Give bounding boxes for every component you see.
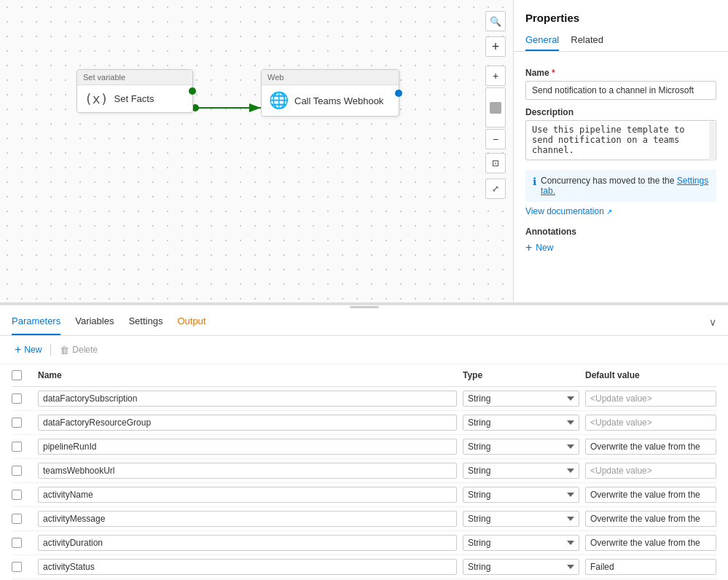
table-row: StringBoolIntFloatArrayObjectSecureStrin… bbox=[12, 555, 716, 579]
new-parameter-button[interactable]: + New bbox=[12, 342, 44, 358]
parameter-name-input[interactable] bbox=[38, 559, 457, 575]
parameter-type-select[interactable]: StringBoolIntFloatArrayObjectSecureStrin… bbox=[463, 559, 579, 575]
parameter-type-select[interactable]: StringBoolIntFloatArrayObjectSecureStrin… bbox=[463, 439, 579, 455]
name-input[interactable] bbox=[525, 81, 716, 100]
parameter-default-value-input[interactable] bbox=[585, 559, 716, 575]
table-row: StringBoolIntFloatArrayObjectSecureStrin… bbox=[12, 483, 716, 507]
name-field-label: Name * bbox=[525, 68, 716, 78]
parameter-name-input[interactable] bbox=[38, 391, 457, 407]
zoom-in-button[interactable]: + bbox=[485, 66, 506, 86]
row-checkbox[interactable] bbox=[12, 393, 22, 404]
properties-general-content: Name * Description ℹ Concurrency has mov… bbox=[514, 52, 728, 302]
info-icon: ℹ bbox=[533, 176, 536, 187]
web-output-port[interactable] bbox=[395, 90, 402, 97]
parameter-default-value-input[interactable] bbox=[585, 463, 716, 479]
table-row: StringBoolIntFloatArrayObjectSecureStrin… bbox=[12, 411, 716, 435]
pipeline-canvas: Set variable (x) Set Facts Web 🌐 Call Te… bbox=[0, 0, 513, 302]
expand-icon: ⤢ bbox=[492, 184, 499, 194]
external-link-icon: ↗ bbox=[606, 208, 612, 216]
select-all-checkbox[interactable] bbox=[12, 370, 22, 380]
plus-icon: + bbox=[492, 39, 500, 55]
parameter-type-select[interactable]: StringBoolIntFloatArrayObjectSecureStrin… bbox=[463, 511, 579, 527]
node-type-label: Set variable bbox=[77, 70, 192, 85]
parameters-rows: StringBoolIntFloatArrayObjectSecureStrin… bbox=[12, 387, 716, 579]
row-checkbox[interactable] bbox=[12, 562, 22, 572]
parameter-name-input[interactable] bbox=[38, 415, 457, 431]
tab-output[interactable]: Output bbox=[177, 308, 206, 335]
type-column-header: Type bbox=[463, 370, 579, 380]
parameter-name-input[interactable] bbox=[38, 463, 457, 479]
parameter-name-input[interactable] bbox=[38, 511, 457, 527]
row-checkbox[interactable] bbox=[12, 490, 22, 500]
search-button[interactable]: 🔍 bbox=[485, 11, 506, 31]
parameter-default-value-input[interactable] bbox=[585, 415, 716, 431]
view-documentation-link[interactable]: View documentation ↗ bbox=[525, 206, 612, 216]
row-checkbox[interactable] bbox=[12, 538, 22, 548]
table-row: StringBoolIntFloatArrayObjectSecureStrin… bbox=[12, 507, 716, 531]
parameter-name-input[interactable] bbox=[38, 439, 457, 455]
output-port[interactable] bbox=[189, 87, 196, 95]
tab-parameters[interactable]: Parameters bbox=[12, 308, 60, 335]
parameter-default-value-input[interactable] bbox=[585, 535, 716, 551]
concurrency-notice: ℹ Concurrency has moved to the the Setti… bbox=[525, 170, 716, 202]
fit-icon: ⊡ bbox=[492, 158, 499, 168]
row-checkbox[interactable] bbox=[12, 442, 22, 452]
textarea-scrollbar bbox=[709, 122, 715, 161]
zoom-handle bbox=[490, 102, 501, 114]
parameter-type-select[interactable]: StringBoolIntFloatArrayObjectSecureStrin… bbox=[463, 463, 579, 479]
table-header: Name Type Default value bbox=[12, 364, 716, 387]
fit-canvas-button[interactable]: ⊡ bbox=[485, 153, 506, 173]
parameter-default-value-input[interactable] bbox=[585, 511, 716, 527]
parameter-name-input[interactable] bbox=[38, 535, 457, 551]
tab-general[interactable]: General bbox=[525, 30, 559, 51]
collapse-panel-button[interactable]: ∨ bbox=[709, 316, 716, 328]
parameter-type-select[interactable]: StringBoolIntFloatArrayObjectSecureStrin… bbox=[463, 535, 579, 551]
parameter-default-value-input[interactable] bbox=[585, 391, 716, 407]
name-column-header: Name bbox=[38, 370, 457, 380]
table-row: StringBoolIntFloatArrayObjectSecureStrin… bbox=[12, 459, 716, 483]
table-row: StringBoolIntFloatArrayObjectSecureStrin… bbox=[12, 435, 716, 459]
zoom-in-icon: + bbox=[493, 70, 498, 82]
set-variable-node[interactable]: Set variable (x) Set Facts bbox=[77, 69, 193, 113]
delete-icon: 🗑 bbox=[60, 345, 69, 356]
set-variable-icon: (x) bbox=[85, 91, 109, 106]
add-activity-button[interactable]: + bbox=[485, 36, 506, 57]
required-indicator: * bbox=[552, 68, 555, 78]
parameters-toolbar: + New 🗑 Delete bbox=[0, 336, 728, 364]
web-activity-icon: 🌐 bbox=[269, 91, 289, 110]
tab-variables[interactable]: Variables bbox=[75, 308, 114, 335]
bottom-tabs-bar: Parameters Variables Settings Output ∨ bbox=[0, 308, 728, 336]
expand-button[interactable]: ⤢ bbox=[485, 179, 506, 199]
parameter-name-input[interactable] bbox=[38, 487, 457, 503]
web-node-type-label: Web bbox=[262, 70, 399, 85]
description-wrapper bbox=[525, 120, 716, 162]
set-variable-label: Set Facts bbox=[114, 93, 154, 104]
properties-panel: Properties General Related Name * Descri… bbox=[513, 0, 728, 302]
new-icon: + bbox=[15, 343, 21, 356]
web-activity-node[interactable]: Web 🌐 Call Teams Webhook bbox=[261, 69, 399, 117]
connector-svg bbox=[0, 0, 513, 302]
add-icon: + bbox=[525, 241, 532, 254]
parameter-type-select[interactable]: StringBoolIntFloatArrayObjectSecureStrin… bbox=[463, 391, 579, 407]
row-checkbox[interactable] bbox=[12, 418, 22, 428]
row-checkbox[interactable] bbox=[12, 466, 22, 476]
zoom-slider[interactable] bbox=[485, 87, 506, 128]
tab-related[interactable]: Related bbox=[571, 30, 603, 51]
add-annotation-button[interactable]: + New bbox=[525, 241, 553, 254]
tab-settings[interactable]: Settings bbox=[128, 308, 163, 335]
zoom-out-icon: − bbox=[493, 133, 498, 145]
zoom-out-button[interactable]: − bbox=[485, 129, 506, 149]
annotations-label: Annotations bbox=[525, 227, 716, 237]
delete-parameter-button[interactable]: 🗑 Delete bbox=[57, 343, 101, 357]
row-checkbox[interactable] bbox=[12, 514, 22, 524]
parameters-table: Name Type Default value StringBoolIntFlo… bbox=[0, 364, 728, 580]
table-row: StringBoolIntFloatArrayObjectSecureStrin… bbox=[12, 531, 716, 555]
parameter-default-value-input[interactable] bbox=[585, 487, 716, 503]
description-textarea[interactable] bbox=[525, 120, 716, 160]
toolbar-divider bbox=[50, 344, 51, 356]
header-checkbox-cell bbox=[12, 370, 32, 380]
parameter-type-select[interactable]: StringBoolIntFloatArrayObjectSecureStrin… bbox=[463, 487, 579, 503]
parameter-type-select[interactable]: StringBoolIntFloatArrayObjectSecureStrin… bbox=[463, 415, 579, 431]
bottom-panel: Parameters Variables Settings Output ∨ +… bbox=[0, 303, 728, 580]
parameter-default-value-input[interactable] bbox=[585, 439, 716, 455]
